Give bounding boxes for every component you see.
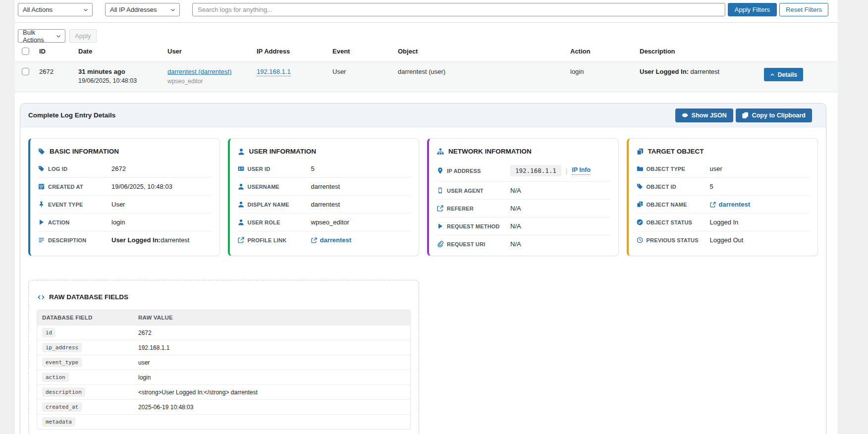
details-panel-body: BASIC INFORMATIONLOG ID2672CREATED AT19/… — [20, 127, 826, 434]
apply-filters-button[interactable]: Apply Filters — [728, 3, 777, 16]
field-value: Logged Out — [710, 236, 744, 244]
raw-row-ip-address: ip_address192.168.1.1 — [37, 340, 410, 355]
pin-icon — [38, 201, 45, 208]
reset-filters-button[interactable]: Reset Filters — [779, 3, 828, 16]
raw-table-header: DATABASE FIELD RAW VALUE — [37, 310, 410, 325]
info-cards-grid: BASIC INFORMATIONLOG ID2672CREATED AT19/… — [28, 138, 818, 256]
card-title: USER INFORMATION — [238, 145, 411, 160]
field-link[interactable]: darrentest — [311, 236, 352, 244]
raw-row-description: description<strong>User Logged In:</stro… — [37, 384, 410, 399]
search-input[interactable] — [192, 3, 725, 16]
card-row-created-at: CREATED AT19/06/2025, 10:48:03 — [38, 177, 212, 195]
date-cell: 31 minutes ago 19/06/2025, 10:48:03 — [78, 68, 167, 84]
ip-filter-select[interactable]: All IP Addresses — [105, 3, 180, 16]
chevron-down-icon — [83, 7, 89, 13]
raw-field-value: 192.168.1.1 — [138, 344, 410, 351]
card-row-user-id: USER ID5 — [238, 160, 411, 177]
field-value: 192.168.1.1|IP Info — [510, 165, 591, 176]
field-label: USERNAME — [238, 183, 311, 190]
card-row-ip-address: IP ADDRESS192.168.1.1|IP Info — [437, 160, 610, 181]
actions-filter-value: All Actions — [23, 6, 53, 13]
field-label: CREATED AT — [38, 183, 111, 190]
list-icon — [38, 237, 45, 243]
actions-filter-select[interactable]: All Actions — [18, 3, 93, 16]
select-all-checkbox[interactable] — [22, 48, 29, 55]
row-checkbox[interactable] — [22, 68, 29, 75]
calendar-icon — [38, 183, 45, 190]
field-value: Logged In — [710, 218, 739, 226]
folder-icon — [637, 165, 643, 172]
raw-row-action: actionlogin — [37, 370, 410, 384]
field-label: DISPLAY NAME — [238, 201, 311, 208]
field-label: OBJECT STATUS — [637, 219, 710, 225]
raw-field-name: event_type — [37, 356, 138, 369]
ip-link[interactable]: 192.168.1.1 — [257, 68, 291, 76]
card-row-object-status: OBJECT STATUSLogged In — [637, 213, 810, 231]
field-label: USER ID — [238, 165, 311, 172]
field-value: login — [111, 218, 125, 226]
check-circle-icon — [637, 219, 643, 225]
tag-icon — [38, 148, 45, 155]
card-row-log-id: LOG ID2672 — [38, 160, 212, 177]
copy-icon — [637, 201, 643, 208]
raw-fields-table: DATABASE FIELD RAW VALUE id2672ip_addres… — [37, 310, 411, 430]
chevron-up-icon — [770, 72, 775, 77]
bulk-apply-button[interactable]: Apply — [69, 29, 97, 43]
field-value: 5 — [311, 165, 315, 172]
details-toggle-button[interactable]: Details — [764, 68, 803, 81]
card-row-action: ACTIONlogin — [38, 213, 212, 231]
raw-field-name: description — [37, 385, 138, 399]
mobile-icon — [437, 187, 443, 194]
card-row-user-agent: USER AGENTN/A — [437, 181, 610, 199]
map-pin-icon — [437, 167, 443, 174]
field-name-chip: created_at — [42, 402, 82, 412]
column-header-event: Event — [332, 48, 398, 55]
card-row-display-name: DISPLAY NAMEdarrentest — [238, 195, 411, 213]
raw-field-value: user — [138, 359, 410, 366]
column-header-id: ID — [39, 48, 78, 55]
field-name-chip: action — [42, 373, 69, 382]
raw-database-fields-panel: RAW DATABASE FIELDS DATABASE FIELD RAW V… — [28, 280, 419, 434]
field-name-chip: event_type — [42, 358, 82, 367]
user-icon — [238, 201, 244, 208]
show-json-button[interactable]: Show JSON — [675, 108, 733, 122]
info-card-network-information: NETWORK INFORMATIONIP ADDRESS192.168.1.1… — [427, 138, 619, 256]
date-relative: 31 minutes ago — [78, 68, 167, 75]
column-header-description: Description — [640, 48, 759, 55]
raw-field-name: created_at — [37, 400, 138, 414]
card-row-description: DESCRIPTIONUser Logged In: darrentest — [38, 231, 212, 249]
bulk-actions-select[interactable]: Bulk Actions — [18, 29, 65, 43]
details-panel: Complete Log Entry Details Show JSON Cop… — [20, 103, 826, 434]
external-link-icon — [238, 237, 244, 243]
field-name-chip: ip_address — [42, 343, 82, 352]
card-row-request-method: REQUEST METHODN/A — [437, 217, 610, 235]
card-title: BASIC INFORMATION — [38, 145, 212, 160]
ip-info-link[interactable]: IP Info — [572, 166, 591, 175]
card-row-profile-link: PROFILE LINKdarrentest — [238, 231, 411, 249]
column-header-ip: IP Address — [257, 48, 332, 55]
card-row-object-type: OBJECT TYPEuser — [637, 160, 810, 177]
link-icon — [437, 241, 443, 247]
card-row-referer: REFERERN/A — [437, 199, 610, 217]
field-label: USER AGENT — [437, 187, 510, 194]
raw-row-metadata: metadata — [37, 414, 410, 429]
user-link[interactable]: darrentest (darrentest) — [167, 68, 231, 75]
field-label: DESCRIPTION — [38, 237, 111, 243]
play-icon — [437, 223, 443, 229]
card-title-text: TARGET OBJECT — [648, 148, 704, 155]
field-link[interactable]: darrentest — [710, 201, 751, 208]
field-label: IP ADDRESS — [437, 167, 510, 174]
user-cell: darrentest (darrentest) wpseo_editor — [167, 68, 257, 85]
column-header-date: Date — [78, 48, 167, 55]
field-value: N/A — [510, 205, 521, 212]
description-rest: darrentest — [689, 68, 719, 75]
field-label: USER ROLE — [238, 219, 311, 225]
field-label: EVENT TYPE — [38, 201, 111, 208]
copy-to-clipboard-button[interactable]: Copy to Clipboard — [736, 108, 812, 122]
field-label: PROFILE LINK — [238, 237, 311, 243]
card-title-text: USER INFORMATION — [249, 148, 317, 155]
bulk-actions-row: Bulk Actions Apply — [15, 23, 838, 43]
field-name-chip: id — [42, 328, 55, 337]
id-card-icon — [238, 165, 244, 172]
log-id-cell: 2672 — [39, 68, 78, 75]
